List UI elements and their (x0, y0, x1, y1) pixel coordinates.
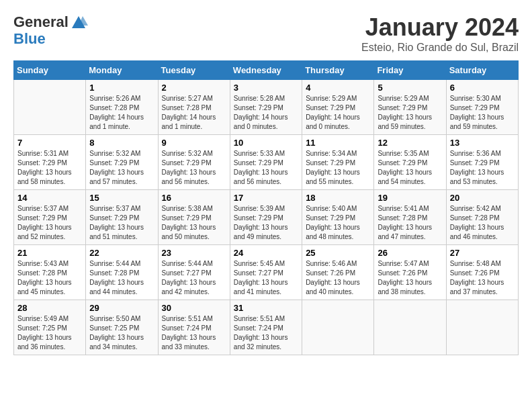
day-number: 13 (450, 138, 515, 148)
day-number: 4 (306, 83, 370, 93)
month-title: January 2024 (361, 13, 519, 42)
cell-w1-d2: 1 Sunrise: 5:26 AMSunset: 7:28 PMDayligh… (86, 80, 158, 135)
cell-w5-d4: 31 Sunrise: 5:51 AMSunset: 7:24 PMDaylig… (230, 300, 302, 355)
day-info: Sunrise: 5:31 AMSunset: 7:29 PMDaylight:… (17, 150, 72, 185)
header-saturday: Saturday (446, 61, 518, 80)
day-info: Sunrise: 5:50 AMSunset: 7:25 PMDaylight:… (89, 315, 144, 351)
cell-w5-d3: 30 Sunrise: 5:51 AMSunset: 7:24 PMDaylig… (158, 300, 230, 355)
header-tuesday: Tuesday (158, 61, 230, 80)
cell-w4-d3: 23 Sunrise: 5:44 AMSunset: 7:27 PMDaylig… (158, 245, 230, 300)
cell-w3-d6: 19 Sunrise: 5:41 AMSunset: 7:28 PMDaylig… (374, 190, 446, 245)
day-info: Sunrise: 5:34 AMSunset: 7:29 PMDaylight:… (306, 150, 360, 185)
cell-w1-d6: 5 Sunrise: 5:29 AMSunset: 7:29 PMDayligh… (374, 80, 446, 135)
day-info: Sunrise: 5:39 AMSunset: 7:29 PMDaylight:… (234, 205, 288, 240)
day-info: Sunrise: 5:46 AMSunset: 7:26 PMDaylight:… (306, 260, 360, 295)
logo-general: General (13, 13, 69, 30)
day-number: 2 (162, 83, 226, 93)
cell-w1-d4: 3 Sunrise: 5:28 AMSunset: 7:29 PMDayligh… (230, 80, 302, 135)
day-info: Sunrise: 5:38 AMSunset: 7:29 PMDaylight:… (162, 205, 216, 240)
cell-w3-d4: 17 Sunrise: 5:39 AMSunset: 7:29 PMDaylig… (230, 190, 302, 245)
cell-w1-d3: 2 Sunrise: 5:27 AMSunset: 7:28 PMDayligh… (158, 80, 230, 135)
day-info: Sunrise: 5:29 AMSunset: 7:29 PMDaylight:… (378, 95, 432, 130)
week-row-3: 14 Sunrise: 5:37 AMSunset: 7:29 PMDaylig… (14, 190, 519, 245)
header-row: Sunday Monday Tuesday Wednesday Thursday… (14, 61, 519, 80)
title-block: January 2024 Esteio, Rio Grande do Sul, … (361, 13, 519, 54)
day-info: Sunrise: 5:45 AMSunset: 7:27 PMDaylight:… (234, 260, 288, 295)
week-row-2: 7 Sunrise: 5:31 AMSunset: 7:29 PMDayligh… (14, 135, 519, 190)
header-sunday: Sunday (14, 61, 86, 80)
day-info: Sunrise: 5:47 AMSunset: 7:26 PMDaylight:… (378, 260, 432, 295)
header-friday: Friday (374, 61, 446, 80)
day-number: 25 (306, 248, 370, 258)
calendar-table: Sunday Monday Tuesday Wednesday Thursday… (13, 60, 519, 355)
day-info: Sunrise: 5:51 AMSunset: 7:24 PMDaylight:… (162, 315, 216, 351)
day-info: Sunrise: 5:27 AMSunset: 7:28 PMDaylight:… (162, 95, 216, 130)
day-number: 22 (89, 248, 154, 258)
day-info: Sunrise: 5:43 AMSunset: 7:28 PMDaylight:… (17, 260, 72, 295)
cell-w5-d6 (374, 300, 446, 355)
header-monday: Monday (86, 61, 158, 80)
day-info: Sunrise: 5:28 AMSunset: 7:29 PMDaylight:… (234, 95, 288, 130)
cell-w2-d7: 13 Sunrise: 5:36 AMSunset: 7:29 PMDaylig… (446, 135, 518, 190)
cell-w2-d4: 10 Sunrise: 5:33 AMSunset: 7:29 PMDaylig… (230, 135, 302, 190)
day-number: 6 (450, 83, 515, 93)
week-row-4: 21 Sunrise: 5:43 AMSunset: 7:28 PMDaylig… (14, 245, 519, 300)
day-info: Sunrise: 5:37 AMSunset: 7:29 PMDaylight:… (89, 205, 144, 240)
day-number: 15 (89, 193, 154, 203)
logo-blue: Blue (13, 30, 46, 47)
day-number: 24 (234, 248, 298, 258)
day-number: 18 (306, 193, 370, 203)
day-info: Sunrise: 5:44 AMSunset: 7:28 PMDaylight:… (89, 260, 144, 295)
cell-w2-d6: 12 Sunrise: 5:35 AMSunset: 7:29 PMDaylig… (374, 135, 446, 190)
week-row-5: 28 Sunrise: 5:49 AMSunset: 7:25 PMDaylig… (14, 300, 519, 355)
day-number: 29 (89, 303, 154, 313)
cell-w5-d7 (446, 300, 518, 355)
day-number: 30 (162, 303, 226, 313)
cell-w4-d2: 22 Sunrise: 5:44 AMSunset: 7:28 PMDaylig… (86, 245, 158, 300)
cell-w5-d2: 29 Sunrise: 5:50 AMSunset: 7:25 PMDaylig… (86, 300, 158, 355)
day-number: 16 (162, 193, 226, 203)
cell-w3-d2: 15 Sunrise: 5:37 AMSunset: 7:29 PMDaylig… (86, 190, 158, 245)
week-row-1: 1 Sunrise: 5:26 AMSunset: 7:28 PMDayligh… (14, 80, 519, 135)
day-number: 9 (162, 138, 226, 148)
cell-w5-d1: 28 Sunrise: 5:49 AMSunset: 7:25 PMDaylig… (14, 300, 86, 355)
cell-w1-d7: 6 Sunrise: 5:30 AMSunset: 7:29 PMDayligh… (446, 80, 518, 135)
day-number: 14 (17, 193, 82, 203)
day-number: 11 (306, 138, 370, 148)
day-info: Sunrise: 5:42 AMSunset: 7:28 PMDaylight:… (450, 205, 504, 240)
cell-w2-d3: 9 Sunrise: 5:32 AMSunset: 7:29 PMDayligh… (158, 135, 230, 190)
day-info: Sunrise: 5:32 AMSunset: 7:29 PMDaylight:… (89, 150, 144, 185)
cell-w1-d1 (14, 80, 86, 135)
day-number: 27 (450, 248, 515, 258)
cell-w4-d6: 26 Sunrise: 5:47 AMSunset: 7:26 PMDaylig… (374, 245, 446, 300)
day-info: Sunrise: 5:33 AMSunset: 7:29 PMDaylight:… (234, 150, 288, 185)
cell-w4-d4: 24 Sunrise: 5:45 AMSunset: 7:27 PMDaylig… (230, 245, 302, 300)
day-info: Sunrise: 5:44 AMSunset: 7:27 PMDaylight:… (162, 260, 216, 295)
day-info: Sunrise: 5:29 AMSunset: 7:29 PMDaylight:… (306, 95, 360, 130)
day-info: Sunrise: 5:41 AMSunset: 7:28 PMDaylight:… (378, 205, 432, 240)
day-number: 7 (17, 138, 82, 148)
page-header: General Blue January 2024 Esteio, Rio Gr… (13, 13, 519, 54)
cell-w1-d5: 4 Sunrise: 5:29 AMSunset: 7:29 PMDayligh… (302, 80, 374, 135)
cell-w3-d5: 18 Sunrise: 5:40 AMSunset: 7:29 PMDaylig… (302, 190, 374, 245)
cell-w4-d5: 25 Sunrise: 5:46 AMSunset: 7:26 PMDaylig… (302, 245, 374, 300)
day-info: Sunrise: 5:51 AMSunset: 7:24 PMDaylight:… (234, 315, 288, 351)
header-thursday: Thursday (302, 61, 374, 80)
day-number: 1 (89, 83, 154, 93)
cell-w2-d5: 11 Sunrise: 5:34 AMSunset: 7:29 PMDaylig… (302, 135, 374, 190)
logo: General Blue (13, 13, 89, 47)
day-info: Sunrise: 5:40 AMSunset: 7:29 PMDaylight:… (306, 205, 360, 240)
cell-w3-d7: 20 Sunrise: 5:42 AMSunset: 7:28 PMDaylig… (446, 190, 518, 245)
cell-w2-d1: 7 Sunrise: 5:31 AMSunset: 7:29 PMDayligh… (14, 135, 86, 190)
day-number: 20 (450, 193, 515, 203)
day-info: Sunrise: 5:32 AMSunset: 7:29 PMDaylight:… (162, 150, 216, 185)
cell-w3-d3: 16 Sunrise: 5:38 AMSunset: 7:29 PMDaylig… (158, 190, 230, 245)
day-number: 21 (17, 248, 82, 258)
day-number: 8 (89, 138, 154, 148)
day-info: Sunrise: 5:35 AMSunset: 7:29 PMDaylight:… (378, 150, 432, 185)
day-number: 3 (234, 83, 298, 93)
day-info: Sunrise: 5:37 AMSunset: 7:29 PMDaylight:… (17, 205, 72, 240)
day-number: 17 (234, 193, 298, 203)
day-number: 28 (17, 303, 82, 313)
day-number: 19 (378, 193, 442, 203)
